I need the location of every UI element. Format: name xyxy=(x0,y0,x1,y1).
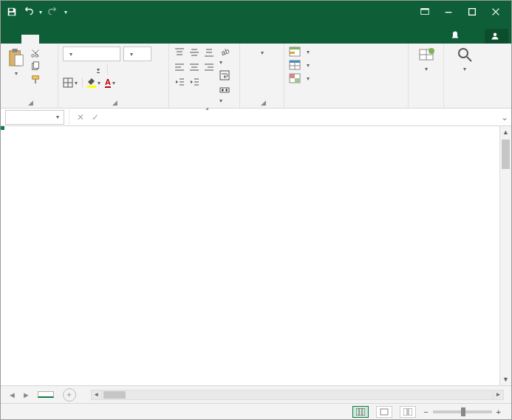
group-styles: ▾ ▾ ▾ xyxy=(284,44,409,108)
fill-color-button[interactable]: ▾ xyxy=(87,78,100,88)
sign-in[interactable] xyxy=(470,35,485,44)
undo-icon[interactable] xyxy=(23,7,33,17)
title-bar: ▾ ▾ xyxy=(1,1,511,23)
format-painter-icon[interactable] xyxy=(30,75,41,85)
group-font: ▾ ▾ ▾ ▾ ▾ A▾ ◢ xyxy=(58,44,169,108)
formula-input[interactable] xyxy=(114,110,498,125)
svg-rect-1 xyxy=(10,13,15,16)
sheet-tab-active[interactable] xyxy=(38,391,54,398)
horizontal-scrollbar[interactable]: ◄ ► xyxy=(91,390,504,400)
minimize-icon[interactable] xyxy=(443,7,454,17)
cell-selection xyxy=(1,126,4,129)
svg-point-60 xyxy=(459,49,468,58)
align-middle-icon[interactable] xyxy=(188,47,200,58)
expand-formula-bar-icon[interactable]: ⌄ xyxy=(498,112,511,123)
font-size-combo[interactable]: ▾ xyxy=(123,47,151,61)
worksheet[interactable]: ▲ ▼ xyxy=(1,126,511,385)
qat-customize-icon[interactable]: ▾ xyxy=(64,9,67,16)
name-box[interactable]: ▾ xyxy=(5,110,64,125)
scroll-up-icon[interactable]: ▲ xyxy=(500,126,511,138)
svg-rect-0 xyxy=(10,9,13,12)
increase-indent-icon[interactable] xyxy=(188,76,200,88)
scroll-down-icon[interactable]: ▼ xyxy=(500,373,511,385)
font-name-combo[interactable]: ▾ xyxy=(63,47,120,61)
cut-icon[interactable] xyxy=(30,48,41,58)
orientation-icon[interactable]: ab▾ xyxy=(219,47,230,66)
number-launcher-icon[interactable]: ◢ xyxy=(261,99,266,106)
group-editing: ▾ xyxy=(444,44,485,108)
group-cells: ▾ xyxy=(409,44,444,108)
align-top-icon[interactable] xyxy=(174,47,185,58)
group-number: ▾ ◢ xyxy=(240,44,284,108)
paste-button[interactable]: ▾ xyxy=(5,47,27,78)
group-alignment: ab▾ ▾ ◢ xyxy=(169,44,240,108)
zoom-out-button[interactable]: − xyxy=(423,407,428,416)
view-page-layout-icon[interactable] xyxy=(376,406,392,418)
borders-button[interactable]: ▾ xyxy=(63,78,78,88)
tell-me[interactable] xyxy=(443,26,470,44)
svg-rect-9 xyxy=(15,55,23,66)
font-color-button[interactable]: A▾ xyxy=(105,78,115,88)
align-right-icon[interactable] xyxy=(203,61,215,73)
wrap-text-icon[interactable] xyxy=(219,70,230,80)
save-icon[interactable] xyxy=(7,7,17,17)
hscroll-right-icon[interactable]: ► xyxy=(493,390,503,399)
tab-home[interactable] xyxy=(21,35,39,44)
svg-point-6 xyxy=(494,33,497,37)
svg-rect-13 xyxy=(33,62,38,69)
vertical-scrollbar[interactable]: ▲ ▼ xyxy=(499,126,511,385)
redo-icon[interactable] xyxy=(48,7,58,17)
cells-button[interactable]: ▾ xyxy=(413,47,439,72)
cell-styles-button[interactable]: ▾ xyxy=(289,73,403,83)
tab-formulas[interactable] xyxy=(75,35,92,44)
tab-data[interactable] xyxy=(92,35,110,44)
svg-line-61 xyxy=(467,57,471,61)
ribbon: ▾ ◢ ▾ ▾ ▾ ▾ xyxy=(1,44,511,109)
status-bar: − + xyxy=(1,403,511,419)
align-left-icon[interactable] xyxy=(174,61,185,73)
format-as-table-button[interactable]: ▾ xyxy=(289,60,403,70)
sheet-tabs: ◄ ► ＋ ◄ ► xyxy=(1,385,511,403)
tab-insert[interactable] xyxy=(39,35,57,44)
undo-more-icon[interactable]: ▾ xyxy=(39,9,42,16)
hscroll-thumb[interactable] xyxy=(103,391,126,399)
view-normal-icon[interactable] xyxy=(352,406,369,418)
close-icon[interactable] xyxy=(491,7,501,17)
ribbon-options-icon[interactable] xyxy=(420,7,430,17)
cancel-formula-icon[interactable]: ✕ xyxy=(77,112,84,123)
svg-text:ab: ab xyxy=(220,47,230,57)
maximize-icon[interactable] xyxy=(467,7,477,17)
add-sheet-button[interactable]: ＋ xyxy=(63,388,76,402)
underline-button[interactable]: ▾ xyxy=(92,66,103,73)
svg-rect-15 xyxy=(35,79,36,83)
svg-rect-3 xyxy=(421,9,429,10)
enter-formula-icon[interactable]: ✓ xyxy=(92,112,99,123)
align-center-icon[interactable] xyxy=(188,61,200,73)
view-page-break-icon[interactable] xyxy=(400,406,416,418)
vscroll-thumb[interactable] xyxy=(502,140,510,169)
align-bottom-icon[interactable] xyxy=(203,47,215,58)
font-launcher-icon[interactable]: ◢ xyxy=(112,99,117,106)
editing-button[interactable]: ▾ xyxy=(448,47,481,72)
merge-center-icon[interactable]: ▾ xyxy=(219,85,230,104)
svg-rect-5 xyxy=(469,9,476,16)
tab-review[interactable] xyxy=(110,35,128,44)
sheet-nav-prev-icon[interactable]: ◄ xyxy=(8,390,16,399)
sheet-nav-next-icon[interactable]: ► xyxy=(22,390,30,399)
hscroll-left-icon[interactable]: ◄ xyxy=(92,390,102,399)
svg-rect-48 xyxy=(290,52,295,54)
tab-file[interactable] xyxy=(1,35,21,44)
zoom-in-button[interactable]: + xyxy=(496,407,501,416)
svg-rect-62 xyxy=(356,408,365,416)
decrease-indent-icon[interactable] xyxy=(174,76,185,88)
clipboard-launcher-icon[interactable]: ◢ xyxy=(28,99,33,106)
copy-icon[interactable] xyxy=(30,61,41,72)
share-button[interactable] xyxy=(485,29,508,44)
conditional-formatting-button[interactable]: ▾ xyxy=(289,47,403,57)
ribbon-tabs xyxy=(1,23,511,44)
svg-rect-8 xyxy=(13,49,18,52)
svg-rect-67 xyxy=(409,408,412,416)
tab-page-layout[interactable] xyxy=(57,35,75,44)
zoom-slider[interactable] xyxy=(433,410,492,413)
tab-view[interactable] xyxy=(128,35,146,44)
